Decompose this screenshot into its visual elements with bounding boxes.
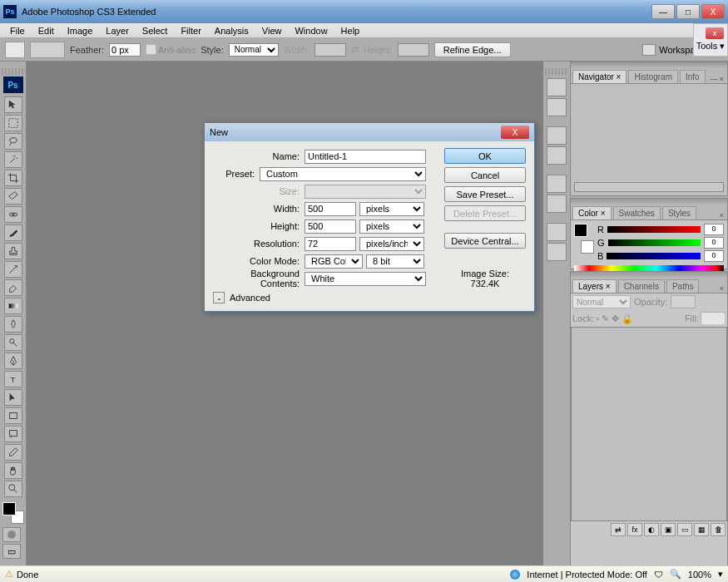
height-unit-select[interactable]: pixels bbox=[359, 219, 424, 234]
eyedropper-tool[interactable] bbox=[4, 444, 22, 461]
close-button[interactable]: X bbox=[701, 4, 725, 19]
notes-tool[interactable] bbox=[4, 426, 22, 442]
menu-help[interactable]: Help bbox=[334, 25, 367, 37]
tab-swatches[interactable]: Swatches bbox=[613, 206, 661, 219]
feather-input[interactable] bbox=[109, 43, 141, 57]
gradient-tool[interactable] bbox=[4, 298, 22, 314]
toolbox-grip[interactable] bbox=[2, 68, 25, 75]
marquee-tool[interactable] bbox=[4, 115, 22, 131]
panel-grip[interactable] bbox=[571, 62, 727, 69]
menu-analysis[interactable]: Analysis bbox=[208, 25, 255, 37]
menu-edit[interactable]: Edit bbox=[32, 25, 61, 37]
tab-paths[interactable]: Paths bbox=[666, 279, 700, 293]
bit-depth-select[interactable]: 8 bit bbox=[366, 254, 424, 269]
quick-mask-button[interactable] bbox=[2, 527, 21, 542]
color-mode-select[interactable]: RGB Color bbox=[305, 254, 363, 269]
dialog-titlebar[interactable]: New X bbox=[205, 123, 534, 141]
tab-navigator[interactable]: Navigator × bbox=[572, 70, 626, 83]
eraser-tool[interactable] bbox=[4, 279, 22, 296]
dock-icon-4[interactable] bbox=[547, 146, 567, 165]
navigator-body[interactable] bbox=[571, 84, 727, 195]
trash-icon[interactable]: 🗑 bbox=[711, 523, 726, 536]
tab-layers[interactable]: Layers × bbox=[572, 279, 617, 293]
wand-tool[interactable] bbox=[4, 151, 22, 168]
tab-styles[interactable]: Styles bbox=[662, 206, 696, 219]
screen-mode-button[interactable]: ▭ bbox=[2, 544, 21, 559]
lasso-tool[interactable] bbox=[4, 133, 22, 150]
height-input[interactable] bbox=[305, 219, 356, 234]
panel-close-icon[interactable]: × bbox=[720, 75, 724, 83]
color-panel-swatches[interactable] bbox=[574, 224, 594, 254]
minimize-button[interactable]: — bbox=[651, 4, 675, 19]
opacity-input[interactable] bbox=[671, 295, 696, 308]
dialog-close-button[interactable]: X bbox=[501, 126, 529, 139]
cancel-button[interactable]: Cancel bbox=[444, 167, 526, 183]
r-value[interactable]: 0 bbox=[704, 224, 724, 235]
width-unit-select[interactable]: pixels bbox=[359, 202, 424, 216]
path-select-tool[interactable] bbox=[4, 389, 22, 406]
shape-tool[interactable] bbox=[4, 407, 22, 424]
panel-minimize-icon[interactable]: — bbox=[711, 75, 718, 83]
move-tool[interactable] bbox=[4, 96, 22, 113]
current-tool-icon[interactable] bbox=[5, 42, 25, 58]
dock-icon-5[interactable] bbox=[547, 175, 567, 193]
blur-tool[interactable] bbox=[4, 316, 22, 333]
tab-color[interactable]: Color × bbox=[572, 206, 612, 219]
refine-edge-button[interactable]: Refine Edge... bbox=[434, 42, 511, 57]
fill-input[interactable] bbox=[701, 312, 726, 325]
dock-icon-7[interactable] bbox=[547, 223, 567, 241]
bg-contents-select[interactable]: White bbox=[305, 272, 426, 286]
antialias-checkbox[interactable]: Anti-alias bbox=[146, 44, 196, 55]
stamp-tool[interactable] bbox=[4, 243, 22, 259]
panel-close-icon[interactable]: × bbox=[720, 211, 724, 219]
resolution-unit-select[interactable]: pixels/inch bbox=[359, 237, 424, 251]
r-slider[interactable] bbox=[607, 226, 701, 233]
width-input[interactable] bbox=[305, 202, 356, 216]
panel-close-icon[interactable]: × bbox=[720, 284, 724, 293]
preset-select[interactable]: Custom bbox=[260, 167, 426, 181]
g-slider[interactable] bbox=[608, 239, 701, 246]
ok-button[interactable]: OK bbox=[444, 148, 526, 164]
browser-close-icon[interactable]: x bbox=[706, 27, 724, 39]
selection-mode-buttons[interactable] bbox=[30, 42, 65, 58]
dock-icon-2[interactable] bbox=[547, 98, 567, 116]
device-central-button[interactable]: Device Central... bbox=[444, 233, 526, 249]
link-layers-icon[interactable]: ⇄ bbox=[611, 523, 626, 536]
foreground-color[interactable] bbox=[2, 502, 16, 515]
security-icon[interactable]: 🛡 bbox=[654, 570, 663, 580]
zoom-slider[interactable] bbox=[574, 182, 724, 192]
zoom-icon[interactable]: 🔍 bbox=[670, 569, 681, 580]
maximize-button[interactable]: □ bbox=[676, 4, 700, 19]
history-brush-tool[interactable] bbox=[4, 261, 22, 278]
crop-tool[interactable] bbox=[4, 170, 22, 186]
mask-icon[interactable]: ◐ bbox=[644, 523, 659, 536]
menu-image[interactable]: Image bbox=[61, 25, 100, 37]
panel-grip[interactable] bbox=[571, 272, 727, 279]
blend-mode-select[interactable]: Normal bbox=[572, 295, 631, 308]
panel-grip[interactable] bbox=[571, 199, 727, 205]
dock-grip[interactable] bbox=[545, 68, 568, 75]
dock-icon-1[interactable] bbox=[547, 78, 567, 96]
tab-histogram[interactable]: Histogram bbox=[628, 70, 678, 83]
new-layer-icon[interactable]: ▦ bbox=[694, 523, 709, 536]
tab-channels[interactable]: Channels bbox=[618, 279, 665, 293]
group-icon[interactable]: ▭ bbox=[677, 523, 692, 536]
brush-tool[interactable] bbox=[4, 224, 22, 241]
healing-tool[interactable] bbox=[4, 206, 22, 223]
dock-icon-6[interactable] bbox=[547, 195, 567, 213]
type-tool[interactable]: T bbox=[4, 371, 22, 387]
pen-tool[interactable] bbox=[4, 353, 22, 369]
dock-icon-8[interactable] bbox=[547, 243, 567, 261]
color-swatches[interactable] bbox=[2, 502, 24, 524]
name-input[interactable] bbox=[305, 150, 426, 164]
zoom-level[interactable]: 100% bbox=[688, 570, 711, 580]
b-slider[interactable] bbox=[607, 253, 701, 259]
adjustment-icon[interactable]: ▣ bbox=[661, 523, 676, 536]
style-select[interactable]: Normal bbox=[229, 43, 279, 57]
b-value[interactable]: 0 bbox=[704, 250, 724, 262]
menu-layer[interactable]: Layer bbox=[99, 25, 136, 37]
save-preset-button[interactable]: Save Preset... bbox=[444, 186, 526, 202]
menu-window[interactable]: Window bbox=[288, 25, 334, 37]
menu-view[interactable]: View bbox=[255, 25, 289, 37]
g-value[interactable]: 0 bbox=[704, 237, 724, 249]
